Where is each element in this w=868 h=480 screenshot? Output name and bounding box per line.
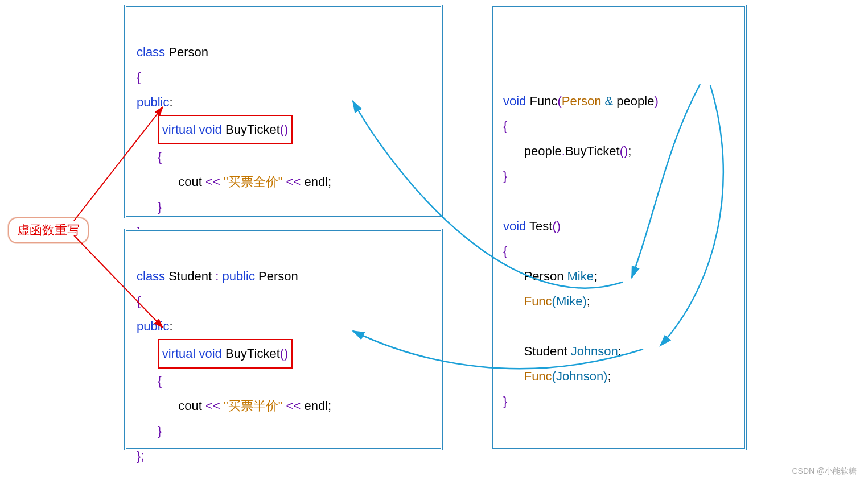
paren: () (280, 346, 289, 361)
brace-open: { (137, 70, 141, 84)
t-b2: } (503, 394, 507, 408)
class-name: Student (165, 269, 215, 283)
call-func2-semi: ; (607, 369, 611, 383)
decl-person-type: Person (524, 269, 567, 283)
decl-person-name: Mike (567, 269, 594, 283)
label-text: 虚函数重写 (17, 223, 80, 237)
panel-test: void Func(Person & people) { people.BuyT… (491, 5, 747, 450)
kw-public: public (137, 319, 169, 333)
call-paren: () (620, 144, 628, 158)
decl-student-type: Student (524, 344, 571, 358)
paren-close: ) (654, 94, 658, 108)
inner-brace-close: } (158, 424, 162, 438)
kw-void: void (195, 122, 221, 136)
semi: ; (328, 399, 331, 413)
virtual-fn-box-student: virtual void BuyTicket() (158, 339, 293, 369)
call-fn: BuyTicket (565, 144, 620, 158)
decl-student-name: Johnson (571, 344, 618, 358)
amp: & (601, 94, 613, 108)
test-paren: () (552, 219, 561, 233)
class-name: Person (165, 45, 208, 59)
b1: { (503, 119, 507, 133)
watermark: CSDN @小能软糖_ (792, 466, 861, 477)
inner-brace-close: } (158, 200, 162, 214)
call-func1-arg: (Mike) (552, 294, 587, 308)
kw-void: void (503, 94, 526, 108)
semi: ; (328, 175, 331, 189)
call-func1-semi: ; (587, 294, 590, 308)
paren: () (280, 122, 289, 136)
endl: endl (301, 399, 328, 413)
label-virtual-override: 虚函数重写 (8, 217, 89, 243)
fn-func: Func (526, 94, 557, 108)
panel-person: class Person { public: virtual void BuyT… (124, 5, 443, 218)
base-name: Person (255, 269, 298, 283)
cout: cout (178, 175, 205, 189)
code-student: class Student : public Person { public: … (126, 231, 441, 477)
code-person: class Person { public: virtual void BuyT… (126, 7, 441, 253)
kw-virtual: virtual (162, 346, 196, 361)
param-type: Person (562, 94, 602, 108)
fn-name: BuyTicket (222, 122, 280, 136)
kw-public: public (137, 95, 169, 109)
fn-name: BuyTicket (222, 346, 280, 361)
call-func1: Func (524, 294, 552, 308)
t-b1: { (503, 244, 507, 258)
endl: endl (301, 175, 328, 189)
call-func2-arg: (Johnson) (552, 369, 608, 383)
brace-close: }; (137, 449, 144, 463)
paren-open: ( (557, 94, 561, 108)
op-lt1: << (205, 399, 220, 413)
kw-void: void (195, 346, 221, 361)
call-semi: ; (628, 144, 631, 158)
inner-brace-open: { (158, 374, 162, 388)
kw-class: class (137, 45, 165, 59)
op-lt1: << (205, 175, 220, 189)
kw-public-inh: public (219, 269, 255, 283)
op-lt2: << (286, 399, 301, 413)
fn-test: Test (526, 219, 552, 233)
kw-class: class (137, 269, 165, 283)
kw-virtual: virtual (162, 122, 196, 136)
b2: } (503, 169, 507, 183)
string-literal: "买票全价" (220, 175, 286, 189)
inner-brace-open: { (158, 150, 162, 164)
panel-student: class Student : public Person { public: … (124, 229, 443, 450)
decl-student-semi: ; (618, 344, 622, 358)
op-lt2: << (286, 175, 301, 189)
kw-void2: void (503, 219, 526, 233)
string-literal: "买票半价" (220, 399, 286, 413)
cout: cout (178, 399, 205, 413)
virtual-fn-box-person: virtual void BuyTicket() (158, 115, 293, 144)
call-obj: people (524, 144, 562, 158)
param-name: people (613, 94, 654, 108)
brace-open: { (137, 294, 141, 308)
call-func2: Func (524, 369, 552, 383)
decl-person-semi: ; (594, 269, 597, 283)
code-test: void Func(Person & people) { people.BuyT… (493, 7, 744, 422)
